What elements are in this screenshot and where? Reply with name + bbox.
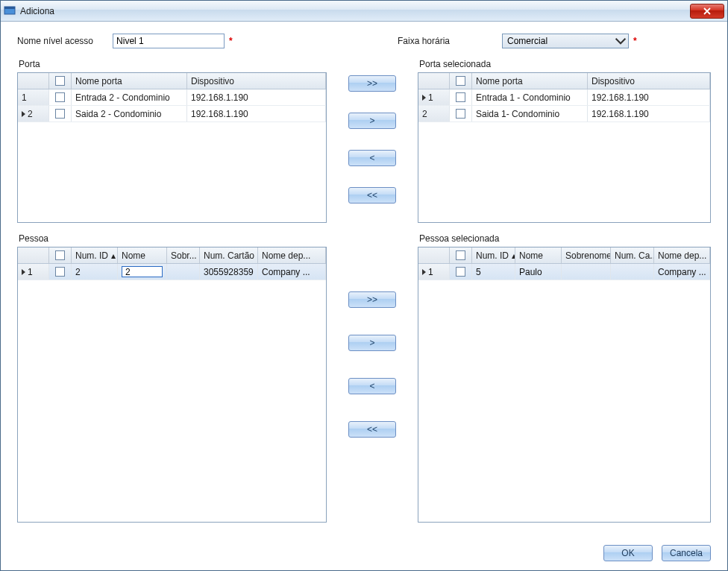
cancel-button[interactable]: Cancela [662,545,711,561]
porta-move-all-right[interactable]: >> [348,75,396,92]
col-nomedep[interactable]: Nome dep... [258,247,326,263]
col-sobrenome[interactable]: Sobrenome [562,247,611,263]
label-pessoa: Pessoa [19,233,327,244]
row-header[interactable]: 2 [18,106,49,122]
cell-numid: 2 [72,264,118,280]
ok-button[interactable]: OK [603,545,653,561]
cell-nome-porta: Entrada 2 - Condominio [72,89,187,105]
nome-nivel-input[interactable] [113,34,225,48]
col-sobr[interactable]: Sobr... [167,247,200,263]
cell-numid: 5 [472,264,515,280]
col-nome-porta[interactable]: Nome porta [472,73,588,89]
cell-dispositivo: 192.168.1.190 [588,89,710,105]
label-porta: Porta [19,59,327,69]
col-numid[interactable]: Num. ID▴ [72,247,118,263]
required-mark: * [229,36,233,46]
porta-move-all-left[interactable]: << [348,187,396,204]
app-icon [4,5,16,17]
sort-asc-icon: ▴ [111,250,116,261]
col-dispositivo[interactable]: Dispositivo [187,73,326,89]
pessoa-grid: Num. ID▴ Nome Sobr... Num. Cartão Nome d… [17,247,327,523]
cell-dispositivo: 192.168.1.190 [187,106,326,122]
cell-nome-porta: Entrada 1 - Condominio [472,89,588,105]
porta-header-checkbox[interactable] [55,76,65,86]
cell-dispositivo: 192.168.1.190 [588,106,710,122]
table-row[interactable]: 1 2 3055928359 Company ... [18,264,326,280]
porta-move-one-right[interactable]: > [348,113,396,129]
cell-nome-porta: Saida 1- Condominio [472,106,588,122]
row-checkbox[interactable] [456,109,465,119]
row-header[interactable]: 2 [418,106,450,122]
pessoa-header-checkbox[interactable] [55,250,65,260]
row-header[interactable]: 1 [18,264,49,280]
required-mark: * [633,36,637,46]
row-header[interactable]: 1 [418,89,450,105]
cell-dispositivo: 192.168.1.190 [187,89,326,105]
faixa-horaria-select[interactable]: Comercial [502,34,629,48]
faixa-horaria-value: Comercial [507,36,615,46]
cell-nome-porta: Saida 2 - Condominio [72,106,187,122]
pessoa-move-all-right[interactable]: >> [348,291,396,308]
cell-sobrenome [562,264,611,280]
label-pessoa-sel: Pessoa selecionada [419,233,711,244]
porta-sel-header-checkbox[interactable] [456,76,465,86]
close-button[interactable] [690,4,724,19]
table-row[interactable]: 1 Entrada 2 - Condominio 192.168.1.190 [18,89,326,106]
col-dispositivo[interactable]: Dispositivo [588,73,710,89]
svg-rect-1 [4,7,15,9]
label-porta-sel: Porta selecionada [419,59,711,69]
row-checkbox[interactable] [456,92,465,102]
col-numcartao[interactable]: Num. Cartão [200,247,258,263]
label-nome-nivel: Nome nível acesso [17,36,93,46]
row-checkbox[interactable] [55,92,65,102]
cell-numcartao: 3055928359 [200,264,258,280]
pessoa-sel-grid: Num. ID▴ Nome Sobrenome Num. Ca... Nome … [418,247,711,523]
col-nome[interactable]: Nome [118,247,167,263]
chevron-down-icon [615,35,627,47]
porta-grid: Nome porta Dispositivo 1 Entrada 2 - Con… [17,72,327,223]
col-nome[interactable]: Nome [515,247,562,263]
table-row[interactable]: 2 Saida 2 - Condominio 192.168.1.190 [18,106,326,122]
cell-nomedep: Company ... [654,264,710,280]
window-title: Adiciona [20,6,54,16]
cell-numca [611,264,654,280]
table-row[interactable]: 1 Entrada 1 - Condominio 192.168.1.190 [418,89,710,106]
cell-nome: Paulo [515,264,562,280]
col-numid[interactable]: Num. ID▴ [472,247,515,263]
nome-edit-input[interactable] [122,266,163,277]
row-checkbox[interactable] [55,109,65,119]
col-nomedep[interactable]: Nome dep... [654,247,710,263]
cell-sobr [167,264,200,280]
porta-move-one-left[interactable]: < [348,150,396,166]
row-checkbox[interactable] [456,267,465,277]
row-header[interactable]: 1 [418,264,450,280]
pessoa-sel-header-checkbox[interactable] [456,250,465,260]
dialog-window: Adiciona Nome nível acesso * Faixa horár… [0,0,728,571]
label-faixa-horaria: Faixa horária [398,36,450,46]
porta-sel-grid: Nome porta Dispositivo 1 Entrada 1 - Con… [418,72,711,223]
titlebar[interactable]: Adiciona [1,1,727,22]
cell-nome-edit[interactable] [118,264,167,280]
col-numca[interactable]: Num. Ca... [611,247,654,263]
pessoa-move-all-left[interactable]: << [348,421,396,438]
pessoa-move-one-left[interactable]: < [348,378,396,394]
dialog-content: Nome nível acesso * Faixa horária Comerc… [1,22,727,570]
row-checkbox[interactable] [55,267,65,277]
col-nome-porta[interactable]: Nome porta [72,73,187,89]
row-header[interactable]: 1 [18,89,49,105]
cell-nomedep: Company ... [258,264,326,280]
table-row[interactable]: 1 5 Paulo Company ... [418,264,710,280]
table-row[interactable]: 2 Saida 1- Condominio 192.168.1.190 [418,106,710,122]
pessoa-move-one-right[interactable]: > [348,335,396,351]
